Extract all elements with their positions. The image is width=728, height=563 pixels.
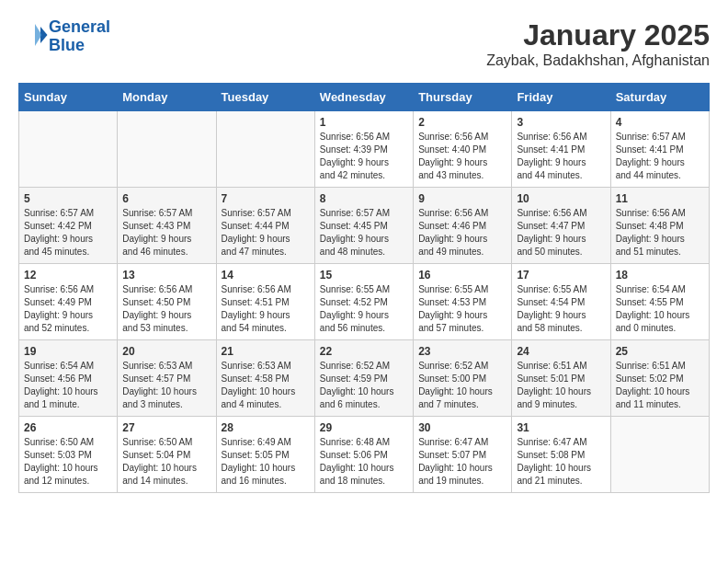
day-info: Sunrise: 6:56 AM Sunset: 4:47 PM Dayligh…	[517, 207, 605, 259]
calendar-cell: 2Sunrise: 6:56 AM Sunset: 4:40 PM Daylig…	[414, 111, 512, 188]
logo-text: General Blue	[49, 18, 110, 55]
day-info: Sunrise: 6:56 AM Sunset: 4:50 PM Dayligh…	[122, 283, 210, 335]
day-number: 21	[222, 345, 310, 358]
day-number: 25	[616, 345, 704, 358]
day-number: 28	[222, 421, 310, 434]
day-number: 20	[122, 345, 210, 358]
day-number: 6	[122, 192, 210, 205]
day-info: Sunrise: 6:47 AM Sunset: 5:08 PM Dayligh…	[517, 436, 605, 488]
day-info: Sunrise: 6:56 AM Sunset: 4:48 PM Dayligh…	[616, 207, 704, 259]
logo-line2: Blue	[49, 36, 85, 54]
calendar-cell: 15Sunrise: 6:55 AM Sunset: 4:52 PM Dayli…	[314, 264, 413, 340]
day-info: Sunrise: 6:55 AM Sunset: 4:53 PM Dayligh…	[418, 283, 506, 335]
calendar-cell: 5Sunrise: 6:57 AM Sunset: 4:42 PM Daylig…	[19, 188, 118, 264]
day-info: Sunrise: 6:56 AM Sunset: 4:51 PM Dayligh…	[222, 283, 310, 335]
page-header: General Blue January 2025 Zaybak, Badakh…	[18, 18, 710, 69]
day-number: 3	[517, 116, 605, 129]
calendar-cell: 4Sunrise: 6:57 AM Sunset: 4:41 PM Daylig…	[610, 111, 709, 188]
logo-icon	[21, 21, 49, 49]
day-number: 11	[616, 192, 704, 205]
calendar-cell: 12Sunrise: 6:56 AM Sunset: 4:49 PM Dayli…	[19, 264, 118, 340]
weekday-tuesday: Tuesday	[216, 84, 314, 111]
day-number: 16	[418, 269, 506, 282]
day-number: 15	[320, 269, 408, 282]
day-info: Sunrise: 6:56 AM Sunset: 4:41 PM Dayligh…	[517, 131, 605, 182]
calendar-cell: 10Sunrise: 6:56 AM Sunset: 4:47 PM Dayli…	[512, 188, 610, 264]
day-number: 12	[24, 269, 112, 282]
calendar-body: 1Sunrise: 6:56 AM Sunset: 4:39 PM Daylig…	[19, 111, 710, 493]
location-title: Zaybak, Badakhshan, Afghanistan	[486, 52, 710, 69]
calendar-cell: 11Sunrise: 6:56 AM Sunset: 4:48 PM Dayli…	[610, 188, 709, 264]
calendar-cell: 30Sunrise: 6:47 AM Sunset: 5:07 PM Dayli…	[414, 417, 512, 493]
day-number: 31	[517, 421, 605, 434]
calendar-cell: 28Sunrise: 6:49 AM Sunset: 5:05 PM Dayli…	[216, 417, 314, 493]
calendar-table: SundayMondayTuesdayWednesdayThursdayFrid…	[18, 83, 710, 493]
calendar-week-3: 12Sunrise: 6:56 AM Sunset: 4:49 PM Dayli…	[19, 264, 710, 340]
calendar-week-2: 5Sunrise: 6:57 AM Sunset: 4:42 PM Daylig…	[19, 188, 710, 264]
day-number: 29	[320, 421, 408, 434]
logo: General Blue	[18, 18, 110, 55]
day-info: Sunrise: 6:55 AM Sunset: 4:52 PM Dayligh…	[320, 283, 408, 335]
day-number: 13	[122, 269, 210, 282]
day-info: Sunrise: 6:56 AM Sunset: 4:39 PM Dayligh…	[320, 131, 408, 182]
day-info: Sunrise: 6:52 AM Sunset: 5:00 PM Dayligh…	[418, 360, 506, 411]
day-number: 14	[222, 269, 310, 282]
weekday-header-row: SundayMondayTuesdayWednesdayThursdayFrid…	[19, 84, 710, 111]
calendar-cell: 19Sunrise: 6:54 AM Sunset: 4:56 PM Dayli…	[19, 340, 118, 417]
day-number: 2	[418, 116, 506, 129]
day-number: 23	[418, 345, 506, 358]
day-info: Sunrise: 6:53 AM Sunset: 4:58 PM Dayligh…	[222, 360, 310, 411]
calendar-week-1: 1Sunrise: 6:56 AM Sunset: 4:39 PM Daylig…	[19, 111, 710, 188]
calendar-cell	[19, 111, 118, 188]
logo-line1: General	[49, 17, 110, 36]
day-info: Sunrise: 6:57 AM Sunset: 4:45 PM Dayligh…	[320, 207, 408, 259]
day-info: Sunrise: 6:51 AM Sunset: 5:02 PM Dayligh…	[616, 360, 704, 411]
day-number: 22	[320, 345, 408, 358]
day-info: Sunrise: 6:54 AM Sunset: 4:56 PM Dayligh…	[24, 360, 112, 411]
day-number: 18	[616, 269, 704, 282]
calendar-cell	[216, 111, 314, 188]
weekday-saturday: Saturday	[610, 84, 709, 111]
day-info: Sunrise: 6:57 AM Sunset: 4:41 PM Dayligh…	[616, 131, 704, 182]
calendar-cell: 1Sunrise: 6:56 AM Sunset: 4:39 PM Daylig…	[314, 111, 413, 188]
day-info: Sunrise: 6:57 AM Sunset: 4:43 PM Dayligh…	[122, 207, 210, 259]
day-info: Sunrise: 6:51 AM Sunset: 5:01 PM Dayligh…	[517, 360, 605, 411]
calendar-cell: 29Sunrise: 6:48 AM Sunset: 5:06 PM Dayli…	[314, 417, 413, 493]
day-number: 7	[222, 192, 310, 205]
weekday-monday: Monday	[118, 84, 216, 111]
weekday-sunday: Sunday	[19, 84, 118, 111]
calendar-cell: 6Sunrise: 6:57 AM Sunset: 4:43 PM Daylig…	[118, 188, 216, 264]
day-info: Sunrise: 6:56 AM Sunset: 4:46 PM Dayligh…	[418, 207, 506, 259]
day-info: Sunrise: 6:52 AM Sunset: 4:59 PM Dayligh…	[320, 360, 408, 411]
calendar-cell: 8Sunrise: 6:57 AM Sunset: 4:45 PM Daylig…	[314, 188, 413, 264]
day-info: Sunrise: 6:56 AM Sunset: 4:40 PM Dayligh…	[418, 131, 506, 182]
day-info: Sunrise: 6:50 AM Sunset: 5:03 PM Dayligh…	[24, 436, 112, 488]
calendar-cell: 16Sunrise: 6:55 AM Sunset: 4:53 PM Dayli…	[414, 264, 512, 340]
day-info: Sunrise: 6:57 AM Sunset: 4:44 PM Dayligh…	[222, 207, 310, 259]
day-info: Sunrise: 6:49 AM Sunset: 5:05 PM Dayligh…	[222, 436, 310, 488]
calendar-cell: 13Sunrise: 6:56 AM Sunset: 4:50 PM Dayli…	[118, 264, 216, 340]
calendar-cell	[610, 417, 709, 493]
day-number: 4	[616, 116, 704, 129]
calendar-week-4: 19Sunrise: 6:54 AM Sunset: 4:56 PM Dayli…	[19, 340, 710, 417]
day-number: 27	[122, 421, 210, 434]
day-number: 26	[24, 421, 112, 434]
day-number: 9	[418, 192, 506, 205]
calendar-cell	[118, 111, 216, 188]
day-number: 5	[24, 192, 112, 205]
day-number: 24	[517, 345, 605, 358]
day-number: 1	[320, 116, 408, 129]
day-info: Sunrise: 6:55 AM Sunset: 4:54 PM Dayligh…	[517, 283, 605, 335]
calendar-cell: 21Sunrise: 6:53 AM Sunset: 4:58 PM Dayli…	[216, 340, 314, 417]
weekday-friday: Friday	[512, 84, 610, 111]
day-info: Sunrise: 6:54 AM Sunset: 4:55 PM Dayligh…	[616, 283, 704, 335]
calendar-header: SundayMondayTuesdayWednesdayThursdayFrid…	[19, 84, 710, 111]
calendar-cell: 26Sunrise: 6:50 AM Sunset: 5:03 PM Dayli…	[19, 417, 118, 493]
calendar-cell: 18Sunrise: 6:54 AM Sunset: 4:55 PM Dayli…	[610, 264, 709, 340]
calendar-cell: 25Sunrise: 6:51 AM Sunset: 5:02 PM Dayli…	[610, 340, 709, 417]
calendar-cell: 7Sunrise: 6:57 AM Sunset: 4:44 PM Daylig…	[216, 188, 314, 264]
day-info: Sunrise: 6:57 AM Sunset: 4:42 PM Dayligh…	[24, 207, 112, 259]
day-info: Sunrise: 6:48 AM Sunset: 5:06 PM Dayligh…	[320, 436, 408, 488]
calendar-cell: 3Sunrise: 6:56 AM Sunset: 4:41 PM Daylig…	[512, 111, 610, 188]
calendar-cell: 24Sunrise: 6:51 AM Sunset: 5:01 PM Dayli…	[512, 340, 610, 417]
